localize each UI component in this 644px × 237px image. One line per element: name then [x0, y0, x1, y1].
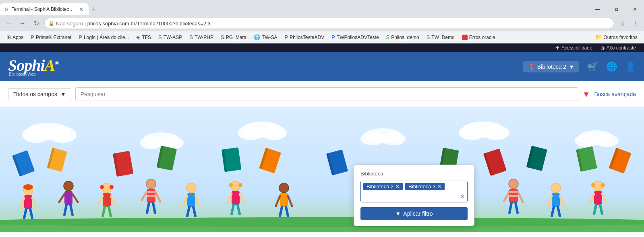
bookmark-tw-asp-label: TW-ASP — [164, 35, 182, 40]
new-tab-button[interactable]: + — [89, 6, 99, 13]
philos-demo-icon: S — [386, 34, 390, 40]
header-right: 📍 Biblioteca 2 ▼ 🛒 🌐 👤 — [523, 61, 636, 72]
tab-bar: S Terminal - SophiA Biblioteca We... ✕ +… — [0, 0, 644, 15]
tag-biblioteca-3-label: Biblioteca 3 — [408, 183, 435, 190]
outros-favoritos-icon: 📁 — [595, 34, 602, 40]
tab-close-button[interactable]: ✕ — [79, 6, 84, 12]
logo[interactable]: SophiA® Biblioteca Web — [8, 58, 59, 76]
forward-button[interactable]: → — [17, 18, 28, 29]
tw-sa-icon: 🌐 — [254, 34, 260, 40]
bookmark-tw-sa-label: TW-SA — [262, 35, 277, 40]
tag-biblioteca-2-close[interactable]: ✕ — [395, 184, 400, 189]
bookmark-outros-favoritos-label: Outros favoritos — [603, 35, 638, 40]
svg-point-10 — [238, 126, 263, 140]
bookmark-tw-sa[interactable]: 🌐 TW-SA — [251, 33, 280, 41]
bookmark-tw-demo[interactable]: S TW_Demo — [423, 33, 458, 41]
address-bar-content[interactable]: Não seguro | philos.sophia.com.br/Termin… — [44, 18, 614, 29]
tag-search-input[interactable] — [447, 183, 465, 190]
address-bar: ← → ↻ 🔒 Não seguro | philos.sophia.com.b… — [0, 15, 644, 31]
filter-funnel-icon: ▼ — [396, 210, 401, 217]
svg-point-122 — [551, 183, 561, 193]
bookmark-pg-mara-label: PG_Mara — [226, 35, 246, 40]
bookmark-login[interactable]: P Login | Área do clie... — [75, 33, 132, 41]
philos-adv-icon: P — [285, 34, 288, 40]
svg-rect-116 — [509, 191, 518, 193]
user-button[interactable]: 👤 — [625, 62, 636, 72]
svg-point-129 — [591, 183, 595, 187]
bookmark-tfs[interactable]: ◈ TFS — [133, 33, 154, 41]
active-tab[interactable]: S Terminal - SophiA Biblioteca We... ✕ — [0, 3, 89, 15]
bookmark-tw-philos-adv[interactable]: P TWPhilosADVTeste — [328, 33, 382, 41]
bookmark-tw-asp[interactable]: S TW-ASP — [155, 33, 185, 41]
svg-rect-75 — [187, 193, 195, 207]
svg-point-7 — [140, 136, 162, 149]
refresh-button[interactable]: ↻ — [31, 18, 42, 29]
back-button[interactable]: ← — [3, 18, 14, 29]
sophia-subtitle: Biblioteca Web — [9, 72, 36, 76]
advanced-search-label: Busca avançada — [594, 91, 636, 97]
site-header: SophiA® Biblioteca Web 📍 Biblioteca 2 ▼ … — [0, 52, 644, 81]
browser-chrome: S Terminal - SophiA Biblioteca We... ✕ +… — [0, 0, 644, 43]
bookmark-star-button[interactable]: ☆ — [617, 18, 628, 29]
filter-icon-btn[interactable]: ▼ — [582, 90, 590, 99]
bookmark-philos-adv[interactable]: P PhilosTesteADV — [282, 33, 328, 41]
maximize-button[interactable]: ⧉ — [607, 2, 625, 17]
logo-area: SophiA® Biblioteca Web — [8, 58, 59, 76]
advanced-search-link[interactable]: Busca avançada — [594, 91, 636, 97]
bookmark-philos-demo[interactable]: S Philos_demo — [383, 33, 422, 41]
cart-button[interactable]: 🛒 — [587, 62, 598, 72]
contrast-item[interactable]: ◑ Alto contraste — [601, 45, 636, 51]
bookmark-philos-demo-label: Philos_demo — [391, 35, 419, 40]
globe-button[interactable]: 🌐 — [606, 62, 617, 72]
svg-point-16 — [459, 126, 485, 140]
biblioteca-selector[interactable]: 📍 Biblioteca 2 ▼ — [523, 61, 579, 72]
security-icon: 🔒 — [48, 21, 54, 26]
tags-row[interactable]: Biblioteca 2 ✕ Biblioteca 3 ✕ ✕ — [360, 181, 468, 202]
bookmark-outros-favoritos[interactable]: 📁 Outros favoritos — [592, 33, 641, 41]
tw-asp-icon: S — [158, 34, 162, 40]
minimize-button[interactable]: — — [588, 2, 607, 17]
erros-oracle-icon — [462, 35, 468, 40]
tag-biblioteca-2[interactable]: Biblioteca 2 ✕ — [363, 183, 403, 190]
bookmark-apps-label: Apps — [12, 35, 23, 40]
tab-favicon: S — [5, 6, 8, 12]
bookmark-tw-demo-label: TW_Demo — [431, 35, 454, 40]
close-button[interactable]: ✕ — [625, 2, 644, 17]
browser-menu-button[interactable]: ⋮ — [630, 18, 641, 29]
contrast-icon: ◑ — [601, 45, 605, 51]
tag-biblioteca-3-close[interactable]: ✕ — [437, 184, 441, 189]
tfs-icon: ◈ — [136, 34, 140, 40]
clear-all-tags-button[interactable]: ✕ — [460, 193, 465, 200]
prima-icon: P — [31, 34, 34, 40]
svg-point-20 — [596, 134, 619, 147]
url-text: philos.sophia.com.br/Terminal/10000?bibl… — [87, 21, 211, 27]
bookmark-tfs-label: TFS — [142, 35, 151, 40]
tag-biblioteca-3[interactable]: Biblioteca 3 ✕ — [405, 183, 445, 190]
search-input[interactable] — [75, 87, 578, 101]
address-input-wrapper[interactable]: 🔒 Não seguro | philos.sophia.com.br/Term… — [44, 18, 614, 29]
svg-point-74 — [186, 183, 196, 193]
bookmark-erros-oracle[interactable]: Erros oracle — [459, 33, 499, 41]
apply-filter-button[interactable]: ▼ Aplicar filtro — [360, 207, 468, 220]
bookmark-apps[interactable]: ⊞ Apps — [3, 33, 27, 41]
tab-title: Terminal - SophiA Biblioteca We... — [12, 6, 76, 12]
search-field-dropdown[interactable]: Todos os campos ▼ — [8, 88, 71, 100]
svg-point-4 — [22, 127, 50, 143]
bookmark-prima[interactable]: P Prima® Extranet — [27, 33, 75, 41]
svg-rect-89 — [280, 193, 288, 207]
bookmark-tw-philos-adv-label: TWPhilosADVTeste — [337, 35, 379, 40]
svg-point-11 — [261, 126, 287, 140]
svg-point-52 — [64, 181, 73, 191]
svg-rect-47 — [24, 195, 32, 209]
popup-title: Biblioteca — [360, 171, 468, 177]
svg-point-59 — [100, 185, 104, 189]
bookmark-prima-label: Prima® Extranet — [36, 35, 71, 40]
chevron-down-icon: ▼ — [569, 64, 574, 70]
hero-scene — [0, 107, 644, 232]
bookmark-tw-php[interactable]: S TW-PHP — [186, 33, 217, 41]
accessibility-item[interactable]: ✚ Acessibilidade — [555, 45, 592, 51]
bookmark-pg-mara[interactable]: S PG_Mara — [217, 33, 250, 41]
svg-rect-0 — [0, 107, 644, 232]
sophia-logo-text: SophiA® — [8, 58, 59, 74]
svg-point-46 — [23, 184, 33, 190]
